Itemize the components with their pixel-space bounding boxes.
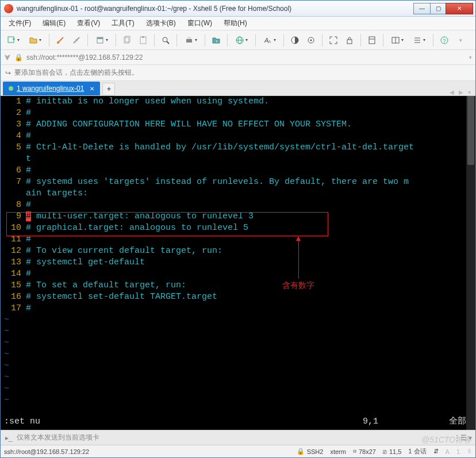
find-button[interactable]: [159, 34, 172, 47]
terminal-line: 12# To view current default target, run:: [1, 245, 466, 257]
address-input[interactable]: ssh://root:********@192.168.57.129:22: [26, 53, 466, 61]
svg-point-3: [57, 41, 59, 44]
tab-next-icon[interactable]: ▶: [456, 89, 466, 95]
copy-button[interactable]: [121, 34, 133, 47]
terminal-line: 7# systemd uses 'targets' instead of run…: [1, 176, 466, 188]
num-indicator: 1: [456, 448, 460, 455]
vim-cursor-pos: 9,1: [363, 416, 432, 428]
app-icon: [4, 4, 13, 13]
window-title: wangruifenglinux-01 - root@wangruifengli…: [17, 5, 414, 13]
addressbar-arrow-icon[interactable]: ⮟: [4, 53, 11, 61]
terminal-empty-line: ~: [1, 314, 466, 326]
tab-prev-icon[interactable]: ◀: [447, 89, 456, 95]
terminal-line: 17#: [1, 303, 466, 314]
reconnect-button[interactable]: [54, 34, 67, 47]
terminal-empty-line: ~: [1, 372, 466, 383]
terminal-line: 2#: [1, 107, 466, 119]
new-session-button[interactable]: [4, 34, 22, 47]
minimize-button[interactable]: —: [413, 3, 431, 14]
toolbar: AA ? ▾: [1, 30, 475, 50]
vim-scroll-indicator: 全部: [432, 416, 466, 428]
svg-text:?: ?: [443, 38, 446, 44]
tab-bar: 1 wangruifenglinux-01 ✕ + ◀ ▶ ▾: [1, 81, 475, 96]
calc-button[interactable]: [366, 34, 378, 47]
layout-button[interactable]: [388, 34, 406, 47]
session-tab[interactable]: 1 wangruifenglinux-01 ✕: [3, 82, 100, 95]
lock-small-icon: 🔒: [297, 448, 305, 455]
font-button[interactable]: AA: [260, 34, 279, 47]
terminal-line: 8#: [1, 199, 466, 211]
net-icon: ⇵: [433, 448, 439, 455]
address-bar: ⮟ 🔒 ssh://root:********@192.168.57.129:2…: [1, 50, 475, 65]
terminal-scrollbar[interactable]: [466, 96, 475, 430]
menu-tools[interactable]: 工具(T): [107, 17, 139, 29]
maximize-button[interactable]: ▢: [430, 3, 446, 14]
menu-tab[interactable]: 选项卡(B): [141, 17, 181, 29]
terminal-line: 5# Ctrl-Alt-Delete is handled by /usr/li…: [1, 142, 466, 153]
fullscreen-button[interactable]: [327, 34, 340, 47]
terminal-empty-line: ~: [1, 395, 466, 406]
annotation-label: 含有数字: [282, 280, 314, 291]
properties-button[interactable]: [93, 34, 111, 47]
titlebar: wangruifenglinux-01 - root@wangruifengli…: [1, 1, 475, 17]
status-size: ⌗78x27: [353, 448, 376, 455]
svg-rect-22: [347, 40, 352, 44]
open-session-button[interactable]: [26, 34, 44, 47]
tab-close-icon[interactable]: ✕: [90, 86, 94, 92]
terminal-empty-line: ~: [1, 326, 466, 337]
terminal-empty-line: ~: [1, 360, 466, 372]
close-button[interactable]: ✕: [446, 3, 473, 14]
send-input-icon[interactable]: ▸_: [4, 434, 13, 442]
terminal-status-line: :set nu 9,1 全部: [4, 416, 466, 428]
send-target-dropdown[interactable]: ⋮☰ ▾: [454, 434, 472, 442]
disconnect-button[interactable]: [70, 34, 83, 47]
status-net: ⇵↑ ↓: [433, 448, 439, 455]
hint-text: 要添加当前会话，点击左侧的箭头按钮。: [14, 68, 139, 78]
terminal-line: 3# ADDING CONFIGURATION HERE WILL HAVE N…: [1, 119, 466, 130]
menu-help[interactable]: 帮助(H): [219, 17, 252, 29]
addressbar-overflow[interactable]: ▾: [469, 55, 472, 60]
list-button[interactable]: [410, 34, 428, 47]
scroll-indicator: ⇳: [467, 448, 472, 455]
status-ssh: 🔒SSH2: [297, 448, 324, 455]
terminal-line: 4#: [1, 130, 466, 142]
menu-edit[interactable]: 编辑(E): [38, 17, 70, 29]
new-tab-button[interactable]: +: [102, 83, 115, 95]
tab-label: 1 wangruifenglinux-01: [17, 84, 84, 93]
terminal-line: 14#: [1, 268, 466, 280]
terminal-line: 13# systemctl get-default: [1, 257, 466, 268]
help-button[interactable]: ?: [438, 34, 451, 47]
aim-button[interactable]: [305, 34, 317, 47]
send-input[interactable]: 仅将文本发送到当前选项卡: [17, 433, 450, 442]
terminal-line-wrap: t: [1, 153, 466, 165]
svg-text:A: A: [268, 39, 271, 44]
vim-command: :set nu: [4, 416, 363, 428]
svg-rect-23: [369, 37, 375, 44]
svg-rect-13: [187, 37, 191, 39]
status-bar: ssh://root@192.168.57.129:22 🔒SSH2 xterm…: [1, 445, 475, 457]
status-session: 1 会话: [408, 447, 426, 456]
hint-arrow-icon[interactable]: ↪: [5, 69, 11, 77]
svg-rect-12: [186, 39, 192, 43]
menu-window[interactable]: 窗口(W): [183, 17, 217, 29]
terminal-empty-line: ~: [1, 349, 466, 360]
cap-indicator: A: [446, 448, 450, 455]
terminal-line: 1# inittab is no longer used when using …: [1, 96, 466, 107]
toolbar-overflow[interactable]: ▾: [454, 34, 467, 47]
tab-menu-icon[interactable]: ▾: [466, 89, 473, 95]
terminal-empty-line: ~: [1, 337, 466, 349]
menubar: 文件(F) 编辑(E) 查看(V) 工具(T) 选项卡(B) 窗口(W) 帮助(…: [1, 17, 475, 30]
paste-button[interactable]: [137, 34, 149, 47]
print-button[interactable]: [182, 34, 200, 47]
status-term: xterm: [330, 448, 346, 455]
svg-point-21: [310, 39, 312, 41]
terminal[interactable]: 1# inittab is no longer used when using …: [1, 96, 475, 430]
lock-icon: 🔒: [14, 53, 23, 61]
color-button[interactable]: [289, 34, 301, 47]
xftp-button[interactable]: [210, 34, 222, 47]
menu-view[interactable]: 查看(V): [72, 17, 105, 29]
lock-button[interactable]: [343, 34, 356, 47]
menu-file[interactable]: 文件(F): [4, 17, 36, 29]
globe-button[interactable]: [232, 34, 251, 47]
svg-rect-9: [142, 36, 144, 38]
